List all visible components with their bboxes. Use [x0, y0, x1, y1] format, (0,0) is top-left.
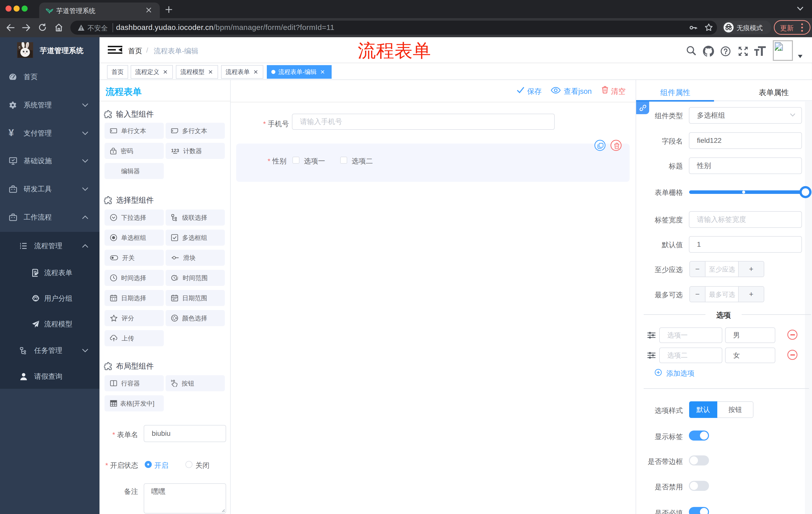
svg-text:123: 123 — [171, 148, 179, 153]
